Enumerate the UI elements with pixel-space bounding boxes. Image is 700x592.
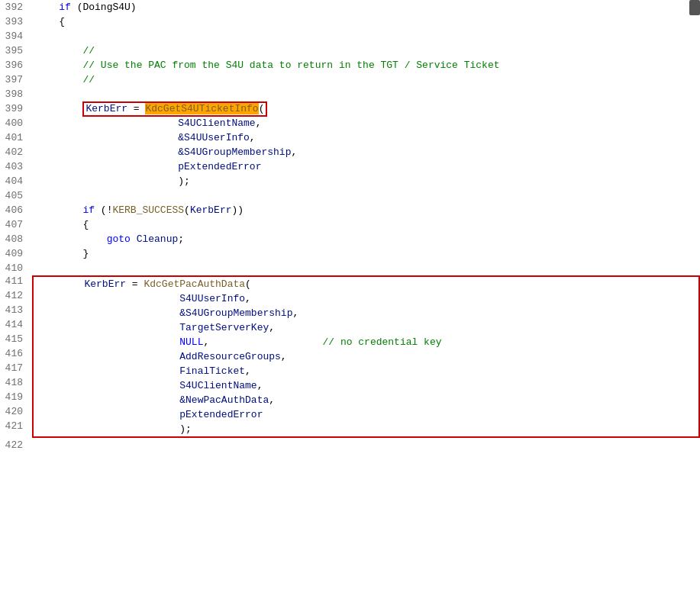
code-line-406: 406 if (!KERB_SUCCESS(KerbErr)): [0, 203, 700, 217]
red-border-block: KerbErr = KdcGetPacAuthData( S4UUserInfo…: [32, 275, 700, 438]
scrollbar[interactable]: [689, 0, 700, 15]
code-line-409: 409 }: [0, 246, 700, 261]
code-line-395: 395 //: [0, 43, 700, 58]
code-line-396: 396 // Use the PAC from the S4U data to …: [0, 58, 700, 72]
code-line-404: 404 );: [0, 174, 700, 188]
code-line-405: 405: [0, 188, 700, 203]
code-line-394: 394: [0, 29, 700, 43]
code-line-400: 400 S4UClientName,: [0, 116, 700, 130]
code-line-403: 403 pExtendedError: [0, 159, 700, 174]
code-line-401: 401 &S4UUserInfo,: [0, 130, 700, 145]
code-line-398: 398: [0, 87, 700, 101]
code-line-407: 407 {: [0, 217, 700, 232]
code-line-408: 408 goto Cleanup;: [0, 232, 700, 246]
code-editor: 392 if (DoingS4U) 393 { 394 395 // 396 /…: [0, 0, 700, 592]
code-line-410: 410: [0, 261, 700, 275]
red-block-411-421: 411 412 413 414 415 416 417 418 419 420 …: [0, 275, 700, 438]
code-line-392: 392 if (DoingS4U): [0, 0, 700, 14]
code-line-397: 397 //: [0, 72, 700, 87]
code-line-399: 399 KerbErr = KdcGetS4UTicketInfo(: [0, 101, 700, 116]
code-line-402: 402 &S4UGroupMembership,: [0, 145, 700, 159]
code-line-393: 393 {: [0, 14, 700, 29]
code-line-422: 422: [0, 438, 700, 452]
